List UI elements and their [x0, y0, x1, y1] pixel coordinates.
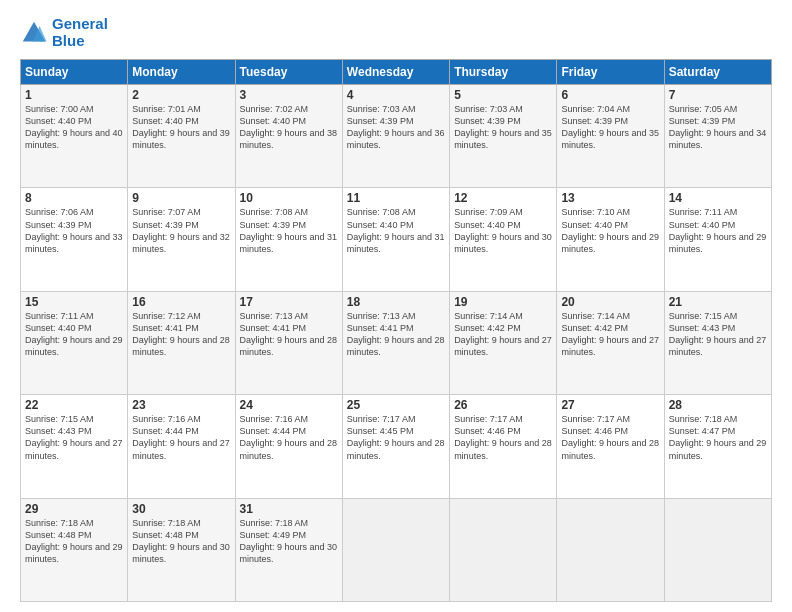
- calendar-header-row: SundayMondayTuesdayWednesdayThursdayFrid…: [21, 60, 772, 85]
- day-info: Sunrise: 7:11 AMSunset: 4:40 PMDaylight:…: [25, 311, 123, 357]
- calendar-cell: 12 Sunrise: 7:09 AMSunset: 4:40 PMDaylig…: [450, 188, 557, 291]
- calendar-cell: 6 Sunrise: 7:04 AMSunset: 4:39 PMDayligh…: [557, 85, 664, 188]
- day-info: Sunrise: 7:12 AMSunset: 4:41 PMDaylight:…: [132, 311, 230, 357]
- day-number: 17: [240, 295, 338, 309]
- logo-icon: [20, 19, 48, 47]
- day-info: Sunrise: 7:14 AMSunset: 4:42 PMDaylight:…: [454, 311, 552, 357]
- day-info: Sunrise: 7:16 AMSunset: 4:44 PMDaylight:…: [132, 414, 230, 460]
- calendar-cell: 4 Sunrise: 7:03 AMSunset: 4:39 PMDayligh…: [342, 85, 449, 188]
- day-number: 13: [561, 191, 659, 205]
- day-number: 20: [561, 295, 659, 309]
- calendar-cell: 17 Sunrise: 7:13 AMSunset: 4:41 PMDaylig…: [235, 291, 342, 394]
- day-info: Sunrise: 7:02 AMSunset: 4:40 PMDaylight:…: [240, 104, 338, 150]
- calendar-cell: 16 Sunrise: 7:12 AMSunset: 4:41 PMDaylig…: [128, 291, 235, 394]
- logo: General Blue: [20, 16, 108, 49]
- day-info: Sunrise: 7:13 AMSunset: 4:41 PMDaylight:…: [240, 311, 338, 357]
- calendar-week-row: 1 Sunrise: 7:00 AMSunset: 4:40 PMDayligh…: [21, 85, 772, 188]
- calendar-cell: 8 Sunrise: 7:06 AMSunset: 4:39 PMDayligh…: [21, 188, 128, 291]
- calendar-day-header: Tuesday: [235, 60, 342, 85]
- calendar-table: SundayMondayTuesdayWednesdayThursdayFrid…: [20, 59, 772, 602]
- day-info: Sunrise: 7:00 AMSunset: 4:40 PMDaylight:…: [25, 104, 123, 150]
- day-number: 7: [669, 88, 767, 102]
- day-number: 11: [347, 191, 445, 205]
- day-number: 22: [25, 398, 123, 412]
- calendar-cell: 20 Sunrise: 7:14 AMSunset: 4:42 PMDaylig…: [557, 291, 664, 394]
- day-info: Sunrise: 7:03 AMSunset: 4:39 PMDaylight:…: [347, 104, 445, 150]
- calendar-cell: 5 Sunrise: 7:03 AMSunset: 4:39 PMDayligh…: [450, 85, 557, 188]
- day-info: Sunrise: 7:18 AMSunset: 4:47 PMDaylight:…: [669, 414, 767, 460]
- day-number: 27: [561, 398, 659, 412]
- calendar-cell: 1 Sunrise: 7:00 AMSunset: 4:40 PMDayligh…: [21, 85, 128, 188]
- calendar-cell: 30 Sunrise: 7:18 AMSunset: 4:48 PMDaylig…: [128, 498, 235, 601]
- day-info: Sunrise: 7:18 AMSunset: 4:48 PMDaylight:…: [132, 518, 230, 564]
- calendar-day-header: Sunday: [21, 60, 128, 85]
- day-number: 1: [25, 88, 123, 102]
- day-number: 24: [240, 398, 338, 412]
- calendar-week-row: 15 Sunrise: 7:11 AMSunset: 4:40 PMDaylig…: [21, 291, 772, 394]
- day-number: 10: [240, 191, 338, 205]
- day-info: Sunrise: 7:13 AMSunset: 4:41 PMDaylight:…: [347, 311, 445, 357]
- day-info: Sunrise: 7:04 AMSunset: 4:39 PMDaylight:…: [561, 104, 659, 150]
- calendar-cell: 29 Sunrise: 7:18 AMSunset: 4:48 PMDaylig…: [21, 498, 128, 601]
- day-number: 16: [132, 295, 230, 309]
- day-number: 9: [132, 191, 230, 205]
- day-info: Sunrise: 7:11 AMSunset: 4:40 PMDaylight:…: [669, 207, 767, 253]
- day-number: 31: [240, 502, 338, 516]
- calendar-cell: 26 Sunrise: 7:17 AMSunset: 4:46 PMDaylig…: [450, 395, 557, 498]
- calendar-cell: 9 Sunrise: 7:07 AMSunset: 4:39 PMDayligh…: [128, 188, 235, 291]
- calendar-cell: 3 Sunrise: 7:02 AMSunset: 4:40 PMDayligh…: [235, 85, 342, 188]
- day-number: 14: [669, 191, 767, 205]
- day-info: Sunrise: 7:17 AMSunset: 4:46 PMDaylight:…: [454, 414, 552, 460]
- day-info: Sunrise: 7:15 AMSunset: 4:43 PMDaylight:…: [25, 414, 123, 460]
- day-info: Sunrise: 7:03 AMSunset: 4:39 PMDaylight:…: [454, 104, 552, 150]
- day-number: 25: [347, 398, 445, 412]
- day-info: Sunrise: 7:18 AMSunset: 4:49 PMDaylight:…: [240, 518, 338, 564]
- day-number: 28: [669, 398, 767, 412]
- calendar-cell: 7 Sunrise: 7:05 AMSunset: 4:39 PMDayligh…: [664, 85, 771, 188]
- day-number: 21: [669, 295, 767, 309]
- day-info: Sunrise: 7:15 AMSunset: 4:43 PMDaylight:…: [669, 311, 767, 357]
- day-number: 2: [132, 88, 230, 102]
- calendar-cell: 23 Sunrise: 7:16 AMSunset: 4:44 PMDaylig…: [128, 395, 235, 498]
- calendar-week-row: 22 Sunrise: 7:15 AMSunset: 4:43 PMDaylig…: [21, 395, 772, 498]
- day-number: 18: [347, 295, 445, 309]
- day-number: 5: [454, 88, 552, 102]
- day-info: Sunrise: 7:17 AMSunset: 4:46 PMDaylight:…: [561, 414, 659, 460]
- day-number: 30: [132, 502, 230, 516]
- day-number: 15: [25, 295, 123, 309]
- calendar-cell: 11 Sunrise: 7:08 AMSunset: 4:40 PMDaylig…: [342, 188, 449, 291]
- day-info: Sunrise: 7:05 AMSunset: 4:39 PMDaylight:…: [669, 104, 767, 150]
- calendar-cell: 13 Sunrise: 7:10 AMSunset: 4:40 PMDaylig…: [557, 188, 664, 291]
- page: General Blue SundayMondayTuesdayWednesda…: [0, 0, 792, 612]
- day-number: 23: [132, 398, 230, 412]
- calendar-cell: 31 Sunrise: 7:18 AMSunset: 4:49 PMDaylig…: [235, 498, 342, 601]
- calendar-cell: 14 Sunrise: 7:11 AMSunset: 4:40 PMDaylig…: [664, 188, 771, 291]
- logo-text: General Blue: [52, 16, 108, 49]
- day-info: Sunrise: 7:08 AMSunset: 4:40 PMDaylight:…: [347, 207, 445, 253]
- day-info: Sunrise: 7:01 AMSunset: 4:40 PMDaylight:…: [132, 104, 230, 150]
- calendar-day-header: Friday: [557, 60, 664, 85]
- calendar-cell: 18 Sunrise: 7:13 AMSunset: 4:41 PMDaylig…: [342, 291, 449, 394]
- day-info: Sunrise: 7:09 AMSunset: 4:40 PMDaylight:…: [454, 207, 552, 253]
- calendar-cell: 22 Sunrise: 7:15 AMSunset: 4:43 PMDaylig…: [21, 395, 128, 498]
- calendar-day-header: Wednesday: [342, 60, 449, 85]
- day-number: 26: [454, 398, 552, 412]
- calendar-cell: 27 Sunrise: 7:17 AMSunset: 4:46 PMDaylig…: [557, 395, 664, 498]
- calendar-cell: [342, 498, 449, 601]
- day-number: 12: [454, 191, 552, 205]
- calendar-cell: 28 Sunrise: 7:18 AMSunset: 4:47 PMDaylig…: [664, 395, 771, 498]
- day-number: 4: [347, 88, 445, 102]
- day-info: Sunrise: 7:18 AMSunset: 4:48 PMDaylight:…: [25, 518, 123, 564]
- day-number: 19: [454, 295, 552, 309]
- calendar-cell: 19 Sunrise: 7:14 AMSunset: 4:42 PMDaylig…: [450, 291, 557, 394]
- calendar-cell: 2 Sunrise: 7:01 AMSunset: 4:40 PMDayligh…: [128, 85, 235, 188]
- calendar-day-header: Saturday: [664, 60, 771, 85]
- day-number: 3: [240, 88, 338, 102]
- calendar-cell: 10 Sunrise: 7:08 AMSunset: 4:39 PMDaylig…: [235, 188, 342, 291]
- day-number: 8: [25, 191, 123, 205]
- day-info: Sunrise: 7:07 AMSunset: 4:39 PMDaylight:…: [132, 207, 230, 253]
- calendar-day-header: Thursday: [450, 60, 557, 85]
- calendar-cell: 21 Sunrise: 7:15 AMSunset: 4:43 PMDaylig…: [664, 291, 771, 394]
- calendar-cell: 24 Sunrise: 7:16 AMSunset: 4:44 PMDaylig…: [235, 395, 342, 498]
- calendar-cell: 25 Sunrise: 7:17 AMSunset: 4:45 PMDaylig…: [342, 395, 449, 498]
